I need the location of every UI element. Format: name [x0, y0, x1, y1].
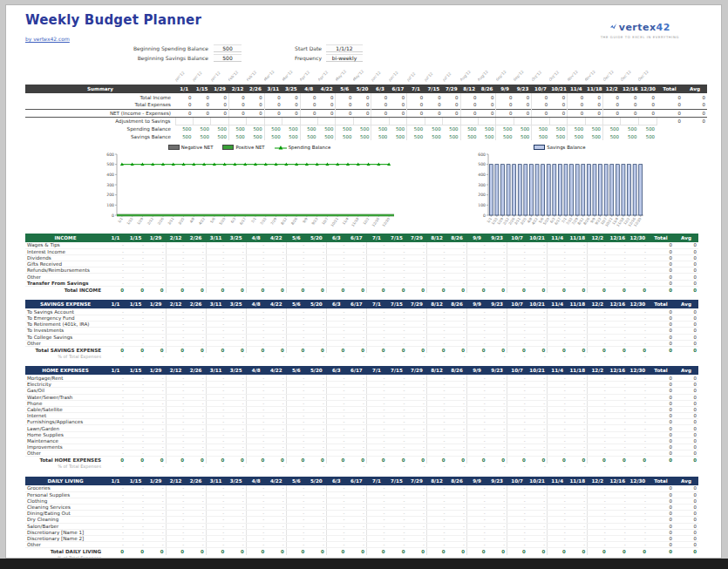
data-entry-cell[interactable]: -	[206, 529, 226, 535]
data-entry-cell[interactable]: -	[166, 485, 186, 491]
data-entry-cell[interactable]: -	[386, 529, 406, 535]
data-entry-cell[interactable]: -	[568, 491, 588, 498]
data-entry-cell[interactable]: -	[226, 511, 246, 517]
data-entry-cell[interactable]: -	[326, 334, 346, 340]
data-entry-cell[interactable]: -	[105, 431, 126, 437]
data-entry-cell[interactable]: -	[166, 322, 186, 328]
data-entry-cell[interactable]: -	[226, 328, 246, 334]
data-entry-cell[interactable]: -	[406, 328, 426, 334]
data-entry-cell[interactable]: -	[628, 419, 648, 425]
data-entry-cell[interactable]: -	[507, 419, 527, 425]
data-entry-cell[interactable]: -	[527, 542, 548, 548]
data-entry-cell[interactable]: -	[105, 308, 126, 315]
data-entry-cell[interactable]: -	[386, 261, 406, 268]
data-entry-cell[interactable]: -	[105, 254, 126, 261]
data-entry-cell[interactable]: -	[266, 406, 286, 412]
data-entry-cell[interactable]: -	[226, 431, 246, 437]
data-entry-cell[interactable]: -	[467, 406, 487, 412]
data-entry-cell[interactable]: -	[608, 334, 628, 340]
data-entry-cell[interactable]: -	[467, 322, 487, 328]
data-entry-cell[interactable]: -	[186, 334, 206, 340]
data-entry-cell[interactable]: -	[246, 444, 266, 450]
data-entry-cell[interactable]: -	[548, 394, 568, 400]
data-entry-cell[interactable]: -	[588, 261, 608, 268]
data-entry-cell[interactable]: -	[266, 242, 286, 248]
adjustment-input-cell[interactable]	[443, 117, 460, 125]
data-entry-cell[interactable]: -	[126, 406, 146, 412]
data-entry-cell[interactable]: -	[588, 322, 608, 328]
data-entry-cell[interactable]: -	[146, 535, 166, 541]
data-entry-cell[interactable]: -	[588, 328, 608, 334]
data-entry-cell[interactable]: -	[507, 334, 527, 340]
data-entry-cell[interactable]: -	[608, 274, 628, 280]
data-entry-cell[interactable]: -	[608, 340, 628, 346]
data-entry-cell[interactable]: -	[326, 491, 346, 498]
data-entry-cell[interactable]: -	[487, 444, 507, 450]
data-entry-cell[interactable]: -	[467, 517, 487, 523]
data-entry-cell[interactable]: -	[427, 280, 447, 286]
data-entry-cell[interactable]: -	[146, 431, 166, 437]
data-entry-cell[interactable]: -	[206, 498, 226, 504]
data-entry-cell[interactable]: -	[146, 425, 166, 431]
data-entry-cell[interactable]: -	[608, 268, 628, 274]
data-entry-cell[interactable]: -	[286, 529, 306, 535]
data-entry-cell[interactable]: -	[548, 419, 568, 425]
data-entry-cell[interactable]: -	[386, 334, 406, 340]
data-entry-cell[interactable]: -	[246, 382, 266, 388]
data-entry-cell[interactable]: -	[286, 419, 306, 425]
data-entry-cell[interactable]: -	[226, 375, 246, 381]
data-entry-cell[interactable]: -	[507, 425, 527, 431]
data-entry-cell[interactable]: -	[406, 450, 426, 457]
data-entry-cell[interactable]: -	[306, 382, 326, 388]
data-entry-cell[interactable]: -	[105, 535, 126, 541]
data-entry-cell[interactable]: -	[206, 382, 226, 388]
data-entry-cell[interactable]: -	[306, 542, 326, 548]
data-entry-cell[interactable]: -	[467, 504, 487, 510]
data-entry-cell[interactable]: -	[527, 315, 548, 322]
data-entry-cell[interactable]: -	[266, 413, 286, 419]
data-entry-cell[interactable]: -	[568, 340, 588, 346]
data-entry-cell[interactable]: -	[527, 437, 548, 444]
data-entry-cell[interactable]: -	[146, 419, 166, 425]
data-entry-cell[interactable]: -	[166, 254, 186, 261]
data-entry-cell[interactable]: -	[527, 280, 548, 286]
data-entry-cell[interactable]: -	[226, 340, 246, 346]
data-entry-cell[interactable]: -	[226, 504, 246, 510]
data-entry-cell[interactable]: -	[186, 375, 206, 381]
data-entry-cell[interactable]: -	[226, 523, 246, 529]
data-entry-cell[interactable]: -	[346, 394, 366, 400]
data-entry-cell[interactable]: -	[467, 334, 487, 340]
data-entry-cell[interactable]: -	[146, 406, 166, 412]
data-entry-cell[interactable]: -	[447, 504, 467, 510]
data-entry-cell[interactable]: -	[507, 261, 527, 268]
data-entry-cell[interactable]: -	[326, 274, 346, 280]
data-entry-cell[interactable]: -	[608, 431, 628, 437]
data-entry-cell[interactable]: -	[105, 400, 126, 406]
data-entry-cell[interactable]: -	[588, 437, 608, 444]
data-entry-cell[interactable]: -	[266, 400, 286, 406]
data-entry-cell[interactable]: -	[427, 517, 447, 523]
data-entry-cell[interactable]: -	[548, 400, 568, 406]
data-entry-cell[interactable]: -	[487, 248, 507, 254]
data-entry-cell[interactable]: -	[346, 504, 366, 510]
data-entry-cell[interactable]: -	[447, 334, 467, 340]
data-entry-cell[interactable]: -	[126, 504, 146, 510]
data-entry-cell[interactable]: -	[226, 388, 246, 394]
data-entry-cell[interactable]: -	[206, 340, 226, 346]
data-entry-cell[interactable]: -	[146, 280, 166, 286]
data-entry-cell[interactable]: -	[226, 394, 246, 400]
data-entry-cell[interactable]: -	[366, 444, 386, 450]
data-entry-cell[interactable]: -	[467, 340, 487, 346]
data-entry-cell[interactable]: -	[628, 542, 648, 548]
data-entry-cell[interactable]: -	[588, 334, 608, 340]
data-entry-cell[interactable]: -	[146, 388, 166, 394]
data-entry-cell[interactable]: -	[105, 437, 126, 444]
data-entry-cell[interactable]: -	[146, 485, 166, 491]
data-entry-cell[interactable]: -	[628, 485, 648, 491]
data-entry-cell[interactable]: -	[105, 261, 126, 268]
data-entry-cell[interactable]: -	[628, 491, 648, 498]
data-entry-cell[interactable]: -	[568, 280, 588, 286]
data-entry-cell[interactable]: -	[487, 242, 507, 248]
data-entry-cell[interactable]: -	[105, 498, 126, 504]
data-entry-cell[interactable]: -	[286, 375, 306, 381]
